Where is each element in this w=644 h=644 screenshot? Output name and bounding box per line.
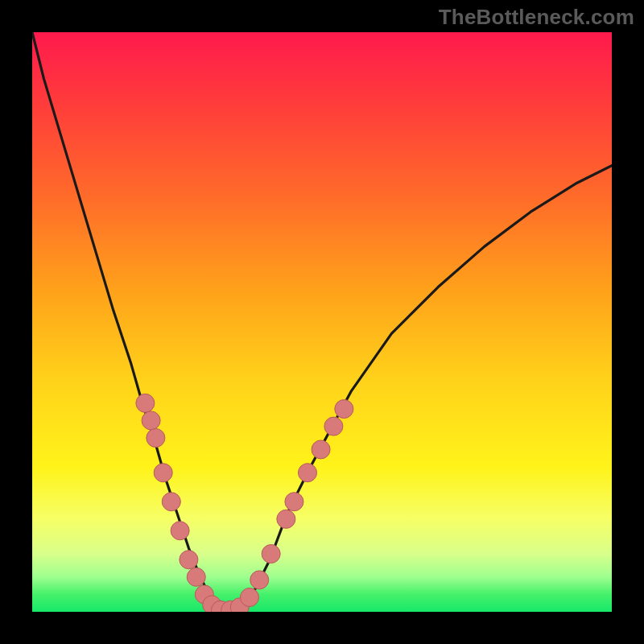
chart-svg — [32, 32, 612, 612]
data-marker — [154, 464, 172, 482]
data-marker — [262, 544, 280, 563]
data-marker — [142, 411, 160, 430]
marker-group — [136, 394, 353, 612]
watermark-text: TheBottleneck.com — [439, 5, 634, 30]
data-marker — [312, 440, 330, 459]
data-marker — [335, 399, 353, 418]
bottleneck-curve — [32, 32, 612, 612]
data-marker — [147, 428, 165, 447]
chart-frame: TheBottleneck.com — [0, 0, 644, 644]
data-marker — [171, 522, 189, 540]
data-marker — [162, 493, 180, 511]
data-marker — [136, 394, 155, 412]
data-marker — [285, 493, 303, 511]
data-marker — [277, 510, 295, 528]
data-marker — [180, 551, 198, 569]
data-marker — [324, 417, 343, 436]
data-marker — [240, 588, 258, 606]
plot-area — [32, 32, 612, 612]
data-marker — [298, 464, 316, 482]
data-marker — [187, 568, 205, 586]
data-marker — [250, 571, 269, 589]
